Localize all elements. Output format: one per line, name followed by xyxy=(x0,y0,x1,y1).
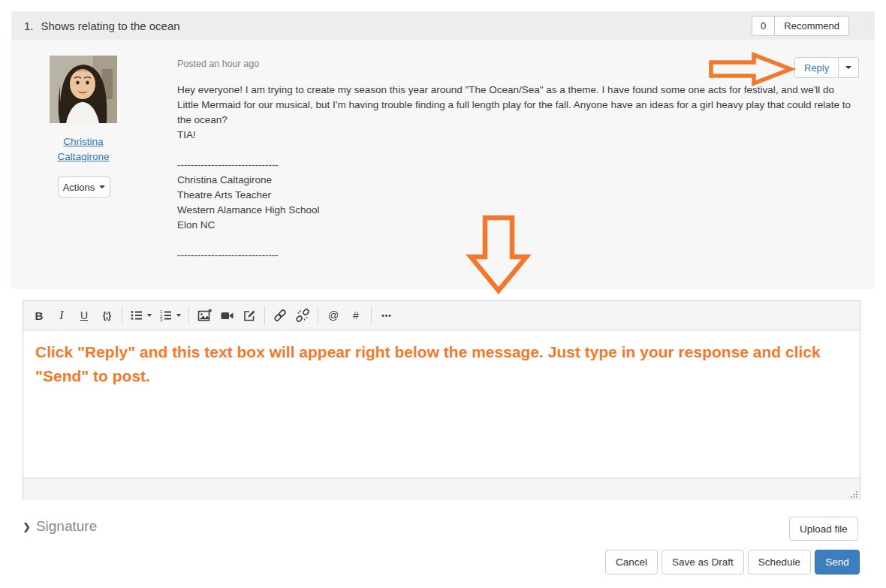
send-button[interactable]: Send xyxy=(815,550,860,574)
annotation-arrow-down-icon xyxy=(466,215,532,296)
signature-toggle-label: Signature xyxy=(36,518,97,535)
discussion-page: 1. Shows relating to the ocean 0 Recomme… xyxy=(0,0,886,588)
recommend-button-group: 0 Recommend xyxy=(752,16,849,36)
editor-content-area[interactable]: Click "Reply" and this text box will app… xyxy=(23,330,860,478)
insert-video-button[interactable] xyxy=(215,304,238,327)
post-timestamp: Posted an hour ago xyxy=(177,59,259,69)
toolbar-divider xyxy=(188,306,189,324)
post-card: Christina Caltagirone Actions Posted an … xyxy=(11,40,875,289)
editor-actions-bar: Cancel Save as Draft Schedule Send xyxy=(605,550,860,574)
caret-down-icon xyxy=(99,185,105,188)
more-options-icon[interactable]: ••• xyxy=(375,304,398,327)
insert-link-button[interactable] xyxy=(269,304,291,327)
chevron-right-icon: ❯ xyxy=(23,521,31,532)
insert-link-icon xyxy=(273,308,288,323)
editor-toolbar: B I U {;} 1 2 3 xyxy=(23,301,860,330)
bullet-list-icon xyxy=(130,309,143,322)
actions-button[interactable]: Actions xyxy=(58,176,110,198)
post-tia: TIA! xyxy=(177,128,851,143)
toolbar-divider xyxy=(318,306,318,324)
signature-toggle[interactable]: ❯ Signature xyxy=(23,518,97,535)
toolbar-divider xyxy=(122,306,122,324)
author-link-last[interactable]: Caltagirone xyxy=(31,149,136,164)
signature-name: Christina Caltagirone xyxy=(177,173,851,188)
signature-divider: ------------------------------ xyxy=(177,158,851,173)
reply-editor: B I U {;} 1 2 3 xyxy=(23,300,860,500)
caret-down-icon xyxy=(845,66,851,69)
post-paragraph: Hey everyone! I am trying to create my s… xyxy=(177,83,851,128)
annotation-arrow-right-icon xyxy=(708,52,803,86)
toolbar-divider xyxy=(264,306,265,324)
thread-header: 1. Shows relating to the ocean 0 Recomme… xyxy=(11,11,875,40)
insert-image-button[interactable]: ✱ xyxy=(193,304,215,327)
code-view-icon[interactable]: {;} xyxy=(95,304,118,327)
recommend-count[interactable]: 0 xyxy=(752,17,775,35)
recommend-button[interactable]: Recommend xyxy=(775,17,848,35)
insert-video-icon xyxy=(220,309,234,323)
spacer xyxy=(177,143,851,158)
mention-icon[interactable]: @ xyxy=(322,304,345,327)
resize-grip-icon[interactable] xyxy=(850,490,858,499)
editor-status-bar xyxy=(23,478,860,500)
toolbar-divider xyxy=(371,306,372,324)
author-name: Christina Caltagirone xyxy=(31,134,136,164)
reply-dropdown-button[interactable] xyxy=(839,57,859,78)
bold-icon[interactable]: B xyxy=(28,304,50,327)
editor-annotation-text: Click "Reply" and this text box will app… xyxy=(35,340,830,388)
italic-icon[interactable]: I xyxy=(50,304,73,327)
signature-title: Theatre Arts Teacher xyxy=(177,188,851,203)
numbered-list-button[interactable]: 1 2 3 xyxy=(155,304,185,327)
svg-text:3: 3 xyxy=(160,318,163,322)
bullet-list-button[interactable] xyxy=(126,304,155,327)
underline-icon[interactable]: U xyxy=(73,304,95,327)
reply-button-group: Reply xyxy=(794,57,859,78)
remove-link-icon xyxy=(295,308,310,323)
compose-icon xyxy=(243,309,257,323)
avatar[interactable] xyxy=(50,56,117,123)
save-as-draft-button[interactable]: Save as Draft xyxy=(661,550,744,574)
svg-text:✱: ✱ xyxy=(208,309,212,313)
insert-image-icon: ✱ xyxy=(197,309,212,323)
upload-file-button[interactable]: Upload file xyxy=(789,517,858,541)
numbered-list-icon: 1 2 3 xyxy=(159,309,173,322)
remove-link-button[interactable] xyxy=(291,304,314,327)
actions-button-label: Actions xyxy=(63,182,95,193)
author-link-first[interactable]: Christina xyxy=(31,134,136,149)
cancel-button[interactable]: Cancel xyxy=(605,550,658,574)
compose-button[interactable] xyxy=(238,304,261,327)
hashtag-icon[interactable]: # xyxy=(345,304,367,327)
thread-title: Shows relating to the ocean xyxy=(41,20,180,32)
caret-down-icon xyxy=(147,314,152,317)
caret-down-icon xyxy=(176,314,181,317)
thread-number: 1. xyxy=(24,20,34,32)
avatar-photo-icon xyxy=(50,56,117,123)
schedule-button[interactable]: Schedule xyxy=(748,550,811,574)
